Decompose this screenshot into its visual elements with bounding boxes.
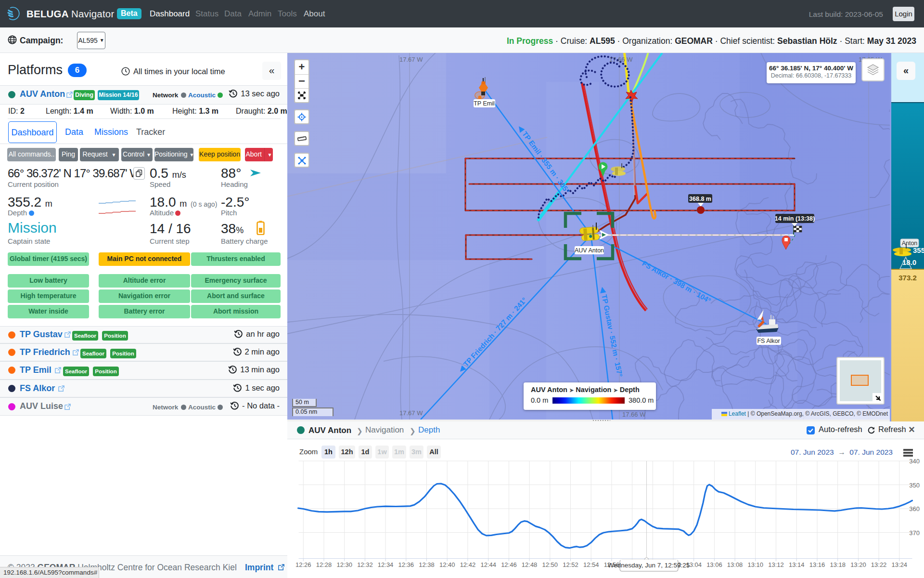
- svg-text:12:46: 12:46: [501, 561, 517, 568]
- svg-text:Wednesday, Jun 7, 12:59:25: Wednesday, Jun 7, 12:59:25: [608, 562, 690, 569]
- svg-text:13:08: 13:08: [727, 561, 743, 568]
- svg-text:17.66 W: 17.66 W: [622, 411, 646, 418]
- svg-text:Anton: Anton: [902, 240, 918, 247]
- svg-text:12:30: 12:30: [336, 561, 352, 568]
- svg-text:12:52: 12:52: [563, 561, 578, 568]
- svg-text:12:26: 12:26: [295, 561, 311, 568]
- svg-text:14 min (13:38): 14 min (13:38): [775, 215, 815, 222]
- svg-text:13:06: 13:06: [706, 561, 722, 568]
- svg-text:12:36: 12:36: [398, 561, 414, 568]
- svg-text:12:50: 12:50: [542, 561, 558, 568]
- svg-text:350: 350: [909, 482, 920, 489]
- svg-text:FS Alkor: FS Alkor: [757, 338, 780, 344]
- svg-text:TP Emil: TP Emil: [474, 100, 495, 107]
- svg-text:17.67 W: 17.67 W: [399, 56, 423, 63]
- svg-text:17.67 W: 17.67 W: [399, 409, 423, 417]
- svg-text:13:16: 13:16: [809, 561, 825, 568]
- svg-text:13:18: 13:18: [830, 561, 846, 568]
- svg-text:360: 360: [909, 505, 920, 512]
- svg-text:12:44: 12:44: [480, 561, 496, 568]
- svg-text:13:10: 13:10: [748, 561, 764, 568]
- svg-text:13:24: 13:24: [892, 561, 908, 568]
- svg-text:373.2: 373.2: [898, 274, 917, 282]
- svg-text:340: 340: [909, 458, 920, 465]
- svg-text:13:14: 13:14: [789, 561, 805, 568]
- svg-text:370: 370: [909, 529, 920, 537]
- svg-text:12:40: 12:40: [439, 561, 455, 568]
- svg-text:368.8 m: 368.8 m: [689, 196, 711, 202]
- svg-text:12:32: 12:32: [357, 561, 373, 568]
- svg-text:13:22: 13:22: [871, 561, 887, 568]
- svg-text:12:42: 12:42: [460, 561, 476, 568]
- svg-text:13:12: 13:12: [768, 561, 784, 568]
- svg-text:17.66 W: 17.66 W: [609, 56, 633, 63]
- svg-text:12:34: 12:34: [378, 561, 394, 568]
- svg-text:12:48: 12:48: [522, 561, 538, 568]
- svg-text:12:28: 12:28: [316, 561, 332, 568]
- svg-text:12:38: 12:38: [419, 561, 435, 568]
- svg-text:12:54: 12:54: [583, 561, 599, 568]
- svg-text:AUV Anton: AUV Anton: [575, 247, 604, 254]
- svg-text:355: 355: [913, 246, 924, 254]
- svg-text:13:20: 13:20: [850, 561, 866, 568]
